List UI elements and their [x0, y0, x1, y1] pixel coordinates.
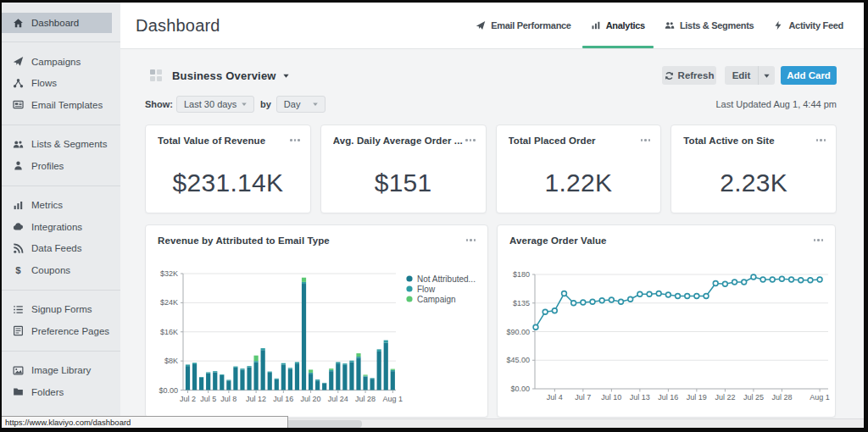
sidebar-item-lists-segments[interactable]: Lists & Segments — [2, 134, 120, 156]
sidebar-item-folders[interactable]: Folders — [2, 381, 120, 403]
sidebar-item-image-library[interactable]: Image Library — [2, 360, 120, 382]
chart-cards-row: Revenue by Attributed to Email Type $0.0… — [145, 224, 837, 418]
tab-activity-feed[interactable]: Activity Feed — [771, 3, 845, 48]
line-series-path — [536, 277, 820, 327]
sidebar-divider — [2, 351, 120, 352]
card-menu-dots-icon[interactable] — [290, 136, 300, 141]
sidebar-item-campaigns[interactable]: Campaigns — [2, 51, 120, 73]
sidebar-item-label: Dashboard — [31, 18, 79, 28]
tab-analytics[interactable]: Analytics — [589, 3, 647, 48]
sidebar-item-label: Signup Forms — [31, 304, 92, 314]
x-axis-tick-label: Jul 4 — [547, 393, 563, 402]
tab-email-performance[interactable]: Email Performance — [474, 3, 573, 48]
chart-title: Revenue by Attributed to Email Type — [158, 235, 330, 246]
data-point-marker — [647, 291, 652, 296]
edit-menu-caret-button[interactable] — [758, 66, 775, 85]
dashboard-content: Business Overview Refresh — [120, 49, 864, 428]
stat-cards-row: Total Value of Revenue$231.14KAvg. Daily… — [145, 125, 837, 213]
board-caret-down-icon[interactable] — [282, 72, 290, 80]
last-updated-text: Last Updated Aug 1, 4:44 pm — [716, 99, 837, 109]
card-menu-dots-icon[interactable] — [641, 136, 651, 141]
data-point-marker — [542, 309, 548, 314]
sidebar-item-signup-forms[interactable]: Signup Forms — [2, 299, 120, 321]
bar-segment — [275, 379, 279, 379]
sidebar-item-dashboard[interactable]: Dashboard — [2, 13, 112, 33]
tab-label: Lists & Segments — [680, 20, 754, 30]
card-menu-dots-icon[interactable] — [816, 136, 826, 141]
sidebar-item-label: Flows — [31, 78, 57, 88]
card-menu-dots-icon[interactable] — [465, 136, 476, 141]
bar-segment — [322, 383, 326, 390]
x-axis-tick-label: Jul 10 — [601, 393, 621, 402]
interval-select[interactable]: Day — [276, 96, 326, 113]
sidebar-item-metrics[interactable]: Metrics — [2, 195, 120, 217]
stat-card-value: $231.14K — [146, 169, 310, 197]
x-axis-tick-label: Jul 16 — [658, 393, 678, 402]
bar-segment — [384, 343, 388, 390]
sidebar-item-integrations[interactable]: Integrations — [2, 216, 120, 238]
date-range-select[interactable]: Last 30 days — [176, 96, 254, 113]
refresh-button[interactable]: Refresh — [662, 66, 716, 85]
bar-segment — [370, 378, 375, 379]
data-point-marker — [732, 280, 737, 285]
bar-segment — [268, 373, 272, 390]
bar-segment — [349, 361, 353, 363]
filters-row: Show: Last 30 days by Day Last — [145, 96, 837, 113]
x-axis-tick-label: Jul 28 — [771, 393, 792, 402]
data-point-marker — [665, 292, 670, 297]
caret-down-icon — [312, 101, 319, 108]
card-menu-dots-icon[interactable] — [814, 235, 824, 241]
data-point-marker — [685, 294, 690, 299]
y-axis-tick-label: $90.00 — [506, 328, 530, 336]
y-axis-tick-label: $8K — [164, 357, 178, 365]
bar-segment — [356, 353, 360, 357]
bar-segment — [281, 364, 286, 390]
tab-lists-segments[interactable]: Lists & Segments — [663, 3, 756, 48]
bar-chart-icon — [13, 200, 24, 211]
add-card-button[interactable]: Add Card — [781, 66, 837, 85]
bar-segment — [309, 369, 313, 372]
x-axis-tick-label: Jul 25 — [743, 393, 764, 402]
card-menu-dots-icon[interactable] — [466, 235, 476, 241]
sidebar-item-data-feeds[interactable]: Data Feeds — [2, 238, 120, 260]
app-window: DashboardCampaignsFlowsEmail TemplatesLi… — [0, 0, 868, 432]
stat-card-title: Total Value of Revenue — [158, 136, 265, 146]
data-point-marker — [808, 278, 813, 283]
bar-segment — [254, 363, 259, 390]
paper-plane-icon — [13, 56, 24, 67]
tab-label: Analytics — [606, 20, 645, 30]
bar-segment — [226, 380, 231, 390]
people-group-icon — [13, 139, 24, 150]
status-url-text: https://www.klaviyo.com/dashboard — [5, 418, 131, 427]
stat-card-title: Total Active on Site — [683, 136, 774, 146]
bar-segment — [240, 369, 244, 390]
folder-icon — [13, 386, 24, 397]
bar-segment — [254, 356, 259, 361]
sidebar-item-profiles[interactable]: Profiles — [2, 155, 120, 177]
tab-label: Activity Feed — [788, 20, 843, 30]
y-axis-tick-label: $0.00 — [510, 385, 530, 393]
average-order-value-line-chart: $0.00$45.00$90.00$135$180Jul 4Jul 7Jul 1… — [498, 258, 835, 418]
x-axis-tick-label: Jul 2 — [180, 395, 196, 403]
klaviyo-dashboard-screen: DashboardCampaignsFlowsEmail TemplatesLi… — [2, 3, 864, 428]
edit-button[interactable]: Edit — [725, 66, 758, 85]
legend-label: Campaign — [417, 295, 456, 304]
sidebar-item-flows[interactable]: Flows — [2, 73, 120, 95]
by-label: by — [260, 99, 271, 109]
bar-segment — [336, 362, 340, 363]
legend-label: Flow — [417, 285, 436, 294]
sidebar-item-label: Data Feeds — [31, 243, 81, 253]
sidebar-item-preference-pages[interactable]: Preference Pages — [2, 320, 120, 342]
bar-segment — [213, 371, 217, 372]
sidebar-item-email-templates[interactable]: Email Templates — [2, 94, 120, 116]
data-point-marker — [780, 276, 785, 281]
x-axis-tick-label: Aug 1 — [383, 395, 403, 403]
data-point-marker — [533, 324, 538, 330]
data-point-marker — [552, 308, 557, 313]
dollar-icon: $ — [13, 264, 24, 275]
card-header: Total Value of Revenue — [146, 125, 310, 146]
board-name[interactable]: Business Overview — [172, 69, 276, 82]
sidebar-item-label: Image Library — [31, 365, 91, 375]
sidebar-item-coupons[interactable]: $Coupons — [2, 259, 120, 281]
svg-text:$: $ — [15, 265, 21, 275]
